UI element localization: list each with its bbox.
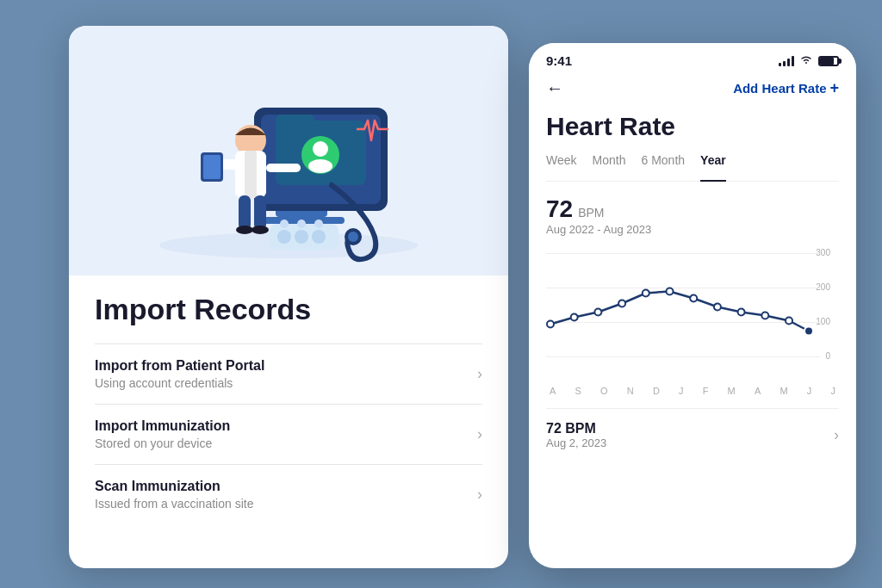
- patient-portal-subtitle: Using account credentials: [95, 376, 477, 390]
- svg-point-46: [714, 304, 721, 311]
- svg-text:100: 100: [816, 317, 830, 326]
- x-label-o: O: [600, 386, 608, 396]
- svg-rect-18: [203, 155, 220, 179]
- time-tabs: Week Month 6 Month Year: [546, 153, 839, 182]
- svg-point-9: [308, 159, 332, 173]
- bpm-main: 72 BPM: [546, 195, 839, 223]
- scan-subtitle: Issued from a vaccination site: [95, 497, 477, 511]
- bpm-range: Aug 2022 - Aug 2023: [546, 223, 839, 236]
- bottom-reading-card[interactable]: 72 BPM Aug 2, 2023 ›: [546, 408, 839, 461]
- x-label-d: D: [653, 386, 660, 396]
- phone-card: 9:41 ← Add Heart Rate +: [529, 43, 856, 568]
- svg-text:300: 300: [816, 248, 830, 257]
- immunization-item[interactable]: Import Immunization Stored on your devic…: [95, 404, 482, 464]
- bpm-display: 72 BPM Aug 2022 - Aug 2023: [546, 195, 839, 236]
- battery-icon: [818, 56, 839, 66]
- immunization-title: Import Immunization: [95, 418, 477, 434]
- x-label-s: S: [575, 386, 581, 396]
- svg-point-11: [348, 232, 358, 242]
- bpm-number: 72: [546, 195, 573, 223]
- wifi-icon: [799, 54, 813, 67]
- phone-nav: ← Add Heart Rate +: [529, 75, 856, 105]
- tab-year[interactable]: Year: [700, 153, 726, 182]
- svg-point-40: [571, 314, 578, 321]
- svg-point-8: [313, 141, 328, 157]
- back-button[interactable]: ←: [546, 78, 563, 98]
- svg-point-39: [547, 321, 554, 328]
- tab-week[interactable]: Week: [546, 153, 577, 174]
- svg-point-43: [643, 290, 649, 297]
- svg-point-48: [761, 313, 768, 319]
- left-card: Import Records Import from Patient Porta…: [69, 26, 508, 568]
- chevron-right-icon-2: ›: [477, 425, 482, 443]
- svg-point-41: [594, 309, 601, 316]
- x-label-a1: A: [550, 386, 556, 396]
- chevron-right-icon: ›: [477, 365, 482, 383]
- svg-point-28: [280, 220, 289, 228]
- x-label-a2: A: [755, 386, 761, 396]
- svg-rect-21: [254, 195, 266, 230]
- svg-point-47: [738, 309, 745, 316]
- svg-text:0: 0: [825, 351, 830, 361]
- chart-x-labels: A S O N D J F M A M J J: [546, 386, 839, 396]
- tab-month[interactable]: Month: [593, 153, 626, 174]
- status-bar: 9:41: [529, 43, 856, 75]
- plus-icon: +: [829, 79, 839, 97]
- scan-item[interactable]: Scan Immunization Issued from a vaccinat…: [95, 464, 482, 524]
- illustration-svg: [142, 39, 435, 263]
- tab-6month[interactable]: 6 Month: [641, 153, 685, 174]
- import-records-title: Import Records: [95, 293, 482, 326]
- svg-text:200: 200: [816, 282, 830, 292]
- add-heart-rate-label: Add Heart Rate: [733, 81, 826, 96]
- illustration-area: [69, 26, 508, 275]
- bottom-bpm-info: 72 BPM Aug 2, 2023: [546, 421, 606, 449]
- patient-portal-text: Import from Patient Portal Using account…: [95, 358, 477, 390]
- scan-text: Scan Immunization Issued from a vaccinat…: [95, 479, 477, 511]
- patient-portal-item[interactable]: Import from Patient Portal Using account…: [95, 344, 482, 404]
- svg-point-26: [295, 230, 308, 244]
- svg-point-42: [618, 300, 625, 307]
- x-label-j2: J: [807, 386, 812, 396]
- bpm-unit: BPM: [578, 206, 604, 220]
- chevron-right-icon-3: ›: [477, 486, 482, 504]
- status-time: 9:41: [546, 53, 572, 68]
- bottom-bpm-date: Aug 2, 2023: [546, 436, 606, 449]
- svg-point-29: [297, 220, 306, 228]
- heart-rate-chart: 300 200 100 0: [546, 243, 839, 398]
- immunization-text: Import Immunization Stored on your devic…: [95, 418, 477, 450]
- add-heart-rate-button[interactable]: Add Heart Rate +: [733, 79, 839, 97]
- svg-point-45: [690, 295, 697, 302]
- svg-point-23: [252, 226, 269, 234]
- bottom-bpm-number: 72 BPM: [546, 421, 606, 436]
- svg-rect-15: [245, 151, 257, 198]
- svg-point-49: [786, 318, 792, 325]
- svg-point-30: [314, 220, 323, 228]
- x-label-j1: J: [679, 386, 684, 396]
- x-label-m2: M: [780, 386, 787, 396]
- svg-rect-20: [239, 195, 251, 230]
- x-label-j3: J: [830, 386, 835, 396]
- bottom-chevron-icon: ›: [834, 426, 839, 444]
- immunization-subtitle: Stored on your device: [95, 436, 477, 450]
- heart-rate-title: Heart Rate: [546, 112, 839, 141]
- patient-portal-title: Import from Patient Portal: [95, 358, 477, 374]
- svg-rect-6: [276, 115, 314, 128]
- svg-point-50: [804, 327, 813, 336]
- scan-title: Scan Immunization: [95, 479, 477, 494]
- import-records-section: Import Records Import from Patient Porta…: [69, 275, 508, 524]
- phone-content: Heart Rate Week Month 6 Month Year 72 BP…: [529, 105, 856, 461]
- x-label-m1: M: [728, 386, 736, 396]
- svg-rect-19: [266, 164, 301, 172]
- svg-point-27: [312, 230, 326, 244]
- svg-point-25: [277, 230, 291, 244]
- status-icons: [779, 54, 839, 67]
- x-label-n: N: [627, 386, 634, 396]
- signal-icon: [779, 56, 794, 66]
- svg-point-44: [667, 288, 674, 295]
- svg-point-22: [236, 226, 253, 234]
- chart-svg: 300 200 100 0: [546, 243, 839, 381]
- x-label-f: F: [703, 386, 709, 396]
